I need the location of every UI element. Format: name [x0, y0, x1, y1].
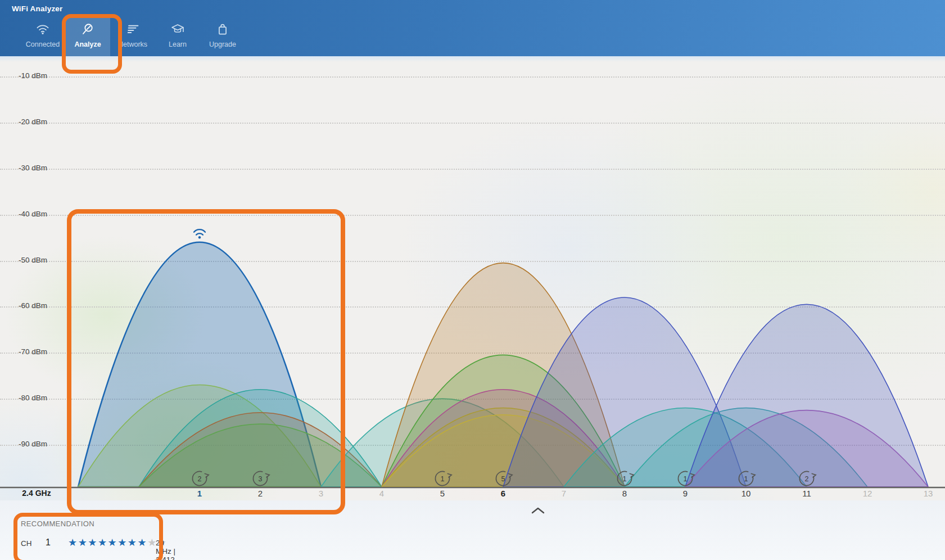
star-filled: ★ [98, 537, 108, 548]
tab-label: Analyze [74, 40, 101, 48]
network-curve-ch9 [564, 408, 807, 487]
channel-label-12: 12 [856, 489, 879, 498]
networks-list-icon [125, 22, 140, 37]
y-tick-label-80dbm: -80 dBm [0, 394, 47, 402]
network-curve-ch2 [139, 424, 382, 487]
channel-count-badge-ch1: 2 [192, 472, 209, 486]
top-nav-bar: WiFi Analyzer ConnectedAnalyzeNetworksLe… [0, 0, 945, 56]
gridline-70dbm [0, 353, 945, 354]
y-tick-label-60dbm: -60 dBm [0, 301, 47, 310]
channel-label-7: 7 [553, 489, 575, 498]
channel-label-5: 5 [431, 489, 454, 498]
gridline-80dbm [0, 399, 945, 400]
channel-label-9: 9 [674, 489, 697, 498]
nav-tabs: ConnectedAnalyzeNetworksLearnUpgrade [20, 16, 245, 56]
network-curve-ch6 [382, 263, 625, 487]
star-filled: ★ [128, 537, 138, 548]
y-tick-label-40dbm: -40 dBm [0, 210, 47, 218]
svg-text:5: 5 [501, 475, 505, 483]
magnifier-icon [80, 22, 95, 37]
recommendation-channel-value: 1 [46, 538, 51, 548]
channel-label-13: 13 [917, 489, 939, 498]
svg-text:1: 1 [744, 475, 748, 483]
y-tick-label-30dbm: -30 dBm [0, 164, 47, 172]
network-curve-ch6 [382, 408, 625, 487]
channel-count-badge-ch9: 1 [678, 472, 694, 486]
chevron-up-icon [530, 506, 546, 515]
star-filled: ★ [88, 537, 98, 548]
channel-count-badge-ch5: 1 [435, 472, 451, 486]
channel-rating-stars: ★★★★★★★★★★ [68, 536, 167, 549]
y-tick-label-70dbm: -70 dBm [0, 347, 47, 356]
shopping-bag-icon [215, 22, 230, 37]
network-curve-ch2 [139, 390, 382, 487]
channel-count-badge-ch2: 3 [253, 472, 269, 486]
expand-panel-button[interactable] [530, 506, 546, 515]
channel-count-badge-ch10: 1 [739, 472, 755, 486]
star-filled: ★ [78, 537, 88, 548]
y-tick-label-50dbm: -50 dBm [0, 256, 47, 264]
tab-connected[interactable]: Connected [20, 16, 65, 56]
gridline-50dbm [0, 261, 945, 262]
network-curve-ch6 [382, 355, 625, 487]
channel-label-10: 10 [735, 489, 757, 498]
channel-label-11: 11 [795, 489, 818, 498]
band-label: 2.4 GHz [17, 489, 56, 498]
star-filled: ★ [137, 537, 147, 548]
star-filled: ★ [117, 537, 128, 548]
network-curve-ch5 [321, 399, 564, 487]
gridline-10dbm [0, 76, 945, 78]
tab-upgrade[interactable]: Upgrade [200, 16, 245, 56]
gridline-40dbm [0, 215, 945, 216]
channel-label-8: 8 [613, 489, 636, 498]
gridline-90dbm [0, 445, 945, 446]
svg-text:2: 2 [198, 475, 202, 483]
tab-label: Learn [169, 40, 187, 48]
annotation-box-channel-1-region [67, 209, 345, 514]
wifi-icon [194, 229, 205, 238]
channel-label-4: 4 [370, 489, 393, 498]
y-tick-label-20dbm: -20 dBm [0, 118, 47, 126]
tab-analyze[interactable]: Analyze [65, 16, 110, 56]
svg-text:1: 1 [684, 475, 688, 483]
tab-label: Upgrade [209, 40, 236, 48]
recommendation-details: 20 MHz | 2.412 GHz (2.402-2.422) * [156, 539, 180, 560]
network-curve-ch6 [382, 415, 625, 487]
svg-text:1: 1 [623, 475, 627, 483]
wifi-analyzer-app: { "app": { "title": "WiFi Analyzer" }, "… [0, 0, 945, 560]
recommendation-channel-label: CH [21, 539, 32, 548]
channel-label-6: 6 [492, 489, 514, 498]
channel-signal-chart: 2 3 1 5 1 1 1 2 [0, 0, 945, 560]
tab-networks[interactable]: Networks [110, 16, 155, 56]
tab-label: Networks [118, 40, 147, 48]
gridline-60dbm [0, 306, 945, 308]
wifi-icon [35, 22, 50, 37]
network-curve-ch6 [382, 390, 625, 487]
svg-text:1: 1 [441, 475, 445, 483]
svg-text:3: 3 [259, 475, 263, 483]
gridline-20dbm [0, 123, 945, 124]
network-curve-ch2 [139, 413, 382, 487]
svg-text:2: 2 [805, 475, 809, 483]
channel-count-badge-ch11: 2 [799, 472, 816, 486]
app-title: WiFi Analyzer [12, 4, 63, 13]
tab-label: Connected [26, 40, 60, 48]
y-tick-label-90dbm: -90 dBm [0, 440, 47, 448]
channel-axis-labels: 2.4 GHz 12345678910111213 [0, 0, 945, 560]
tab-learn[interactable]: Learn [155, 16, 200, 56]
network-curve-ch11 [685, 410, 928, 487]
star-filled: ★ [68, 537, 78, 548]
network-curve-ch11 [685, 304, 928, 487]
channel-label-1: 1 [188, 489, 211, 498]
channel-label-2: 2 [249, 489, 272, 498]
channel-count-badge-ch8: 1 [617, 472, 634, 486]
gridline-30dbm [0, 169, 945, 170]
y-tick-label-10dbm: -10 dBm [0, 71, 47, 80]
network-curve-ch10 [625, 408, 867, 487]
network-curve-ch1-connected [78, 242, 321, 487]
network-curve-ch8 [503, 297, 746, 487]
recommendation-heading: RECOMMENDATION [21, 520, 94, 528]
channel-label-3: 3 [310, 489, 332, 498]
star-filled: ★ [108, 537, 118, 548]
channel-count-badge-ch6: 5 [496, 472, 512, 486]
